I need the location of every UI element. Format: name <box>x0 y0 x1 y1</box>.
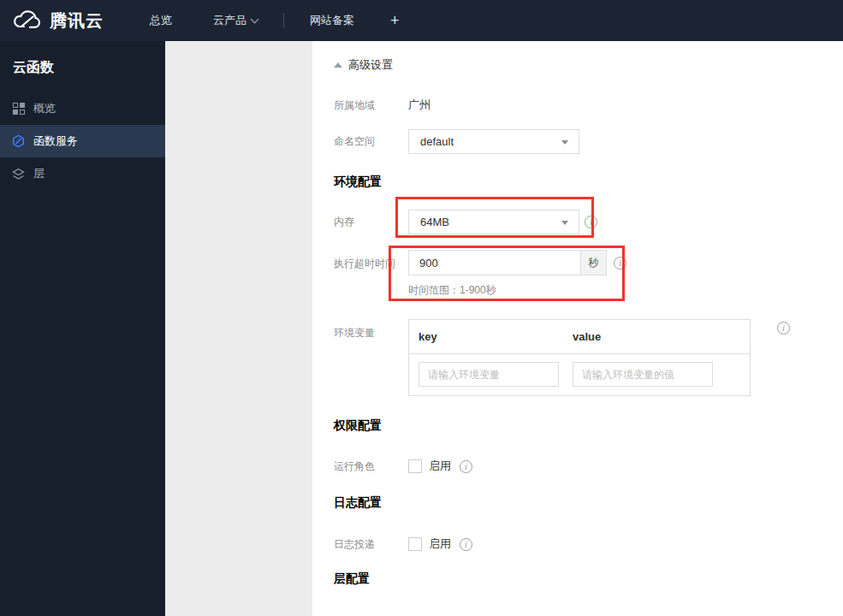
sidebar-title: 云函数 <box>0 41 165 92</box>
env-key-input[interactable] <box>419 362 559 387</box>
env-vars-info-icon[interactable] <box>777 322 790 335</box>
region-row: 所属地域 广州 <box>334 98 843 113</box>
section-log-config: 日志配置 <box>334 495 843 511</box>
timeout-control: 秒 时间范围：1-900秒 <box>408 250 607 298</box>
run-role-info-icon[interactable] <box>460 460 472 473</box>
add-nav-shortcut-button[interactable]: + <box>375 12 415 30</box>
run-role-label: 运行角色 <box>334 459 408 474</box>
env-value-input[interactable] <box>573 362 713 387</box>
grid-icon <box>12 103 25 116</box>
env-vars-table-header: key value <box>409 320 750 354</box>
nav-cloud-products-label: 云产品 <box>213 13 246 28</box>
collapse-triangle-icon <box>334 62 342 68</box>
content-background: 高级设置 所属地域 广州 命名空间 default 环境配置 内存 64MB <box>165 41 843 616</box>
timeout-label: 执行超时时间 <box>334 250 408 271</box>
memory-select[interactable]: 64MB <box>408 210 579 234</box>
nav-cloud-products[interactable]: 云产品 <box>193 0 278 41</box>
sidebar-item-layers[interactable]: 层 <box>0 157 165 190</box>
brand-logo[interactable]: 腾讯云 <box>0 9 129 33</box>
nav-icp-filing-label: 网站备案 <box>310 13 354 28</box>
section-environment-config: 环境配置 <box>334 175 843 190</box>
timeout-input-group: 秒 <box>408 250 607 275</box>
env-key-cell <box>419 362 573 387</box>
run-role-enable-checkbox[interactable] <box>408 459 422 473</box>
timeout-range-hint: 时间范围：1-900秒 <box>408 283 607 298</box>
env-value-header: value <box>573 330 601 343</box>
layers-icon <box>12 168 25 181</box>
namespace-select[interactable]: default <box>408 129 579 154</box>
timeout-row: 执行超时时间 秒 时间范围：1-900秒 <box>334 250 843 298</box>
timeout-info-icon[interactable] <box>614 257 626 270</box>
section-layer-config: 层配置 <box>334 572 843 587</box>
timeout-unit-suffix: 秒 <box>580 251 606 275</box>
nav-overview[interactable]: 总览 <box>129 0 193 41</box>
section-permission-config: 权限配置 <box>334 418 843 434</box>
namespace-label: 命名空间 <box>334 134 408 149</box>
env-vars-table-row <box>409 354 750 395</box>
function-config-panel: 高级设置 所属地域 广州 命名空间 default 环境配置 内存 64MB <box>312 41 843 616</box>
env-vars-row: 环境变量 key value <box>334 319 843 396</box>
sidebar-item-label: 层 <box>33 166 45 181</box>
log-delivery-info-icon[interactable] <box>460 538 472 551</box>
region-value: 广州 <box>408 98 430 113</box>
memory-selected-value: 64MB <box>420 216 449 228</box>
dropdown-caret-icon <box>561 221 568 225</box>
env-key-header: key <box>419 330 573 343</box>
region-label: 所属地域 <box>334 98 408 113</box>
log-delivery-enable-checkbox[interactable] <box>408 537 422 551</box>
topnav-divider <box>283 13 284 28</box>
namespace-selected-value: default <box>420 135 454 148</box>
timeout-input[interactable] <box>409 251 580 275</box>
memory-row: 内存 64MB <box>334 210 843 234</box>
topbar: 腾讯云 总览 云产品 网站备案 + <box>0 0 843 41</box>
advanced-settings-label: 高级设置 <box>348 57 393 73</box>
run-role-enable-label: 启用 <box>429 459 451 474</box>
brand-name: 腾讯云 <box>50 9 104 33</box>
sidebar-item-overview[interactable]: 概览 <box>0 92 165 125</box>
run-role-row: 运行角色 启用 <box>334 459 843 474</box>
tencent-cloud-logo-icon <box>13 9 42 33</box>
sidebar-item-label: 函数服务 <box>33 133 78 149</box>
dropdown-caret-icon <box>561 140 568 145</box>
env-vars-label: 环境变量 <box>334 319 408 341</box>
memory-label: 内存 <box>334 215 408 229</box>
sidebar-item-label: 概览 <box>33 101 56 116</box>
env-value-cell <box>573 362 713 387</box>
topnav: 总览 云产品 网站备案 + <box>129 0 415 41</box>
memory-info-icon[interactable] <box>585 216 597 228</box>
log-delivery-row: 日志投递 启用 <box>334 536 843 552</box>
env-vars-table: key value <box>408 319 751 396</box>
chevron-down-icon <box>251 15 259 23</box>
sidebar: 云函数 概览 函数服务 <box>0 41 165 616</box>
nav-overview-label: 总览 <box>150 13 172 28</box>
nav-icp-filing[interactable]: 网站备案 <box>289 0 375 41</box>
sidebar-item-function-service[interactable]: 函数服务 <box>0 125 165 157</box>
log-delivery-enable-label: 启用 <box>429 536 451 552</box>
log-delivery-label: 日志投递 <box>334 537 408 552</box>
advanced-settings-toggle[interactable]: 高级设置 <box>334 57 393 73</box>
namespace-row: 命名空间 default <box>334 129 843 154</box>
function-hexagon-icon <box>12 135 25 148</box>
